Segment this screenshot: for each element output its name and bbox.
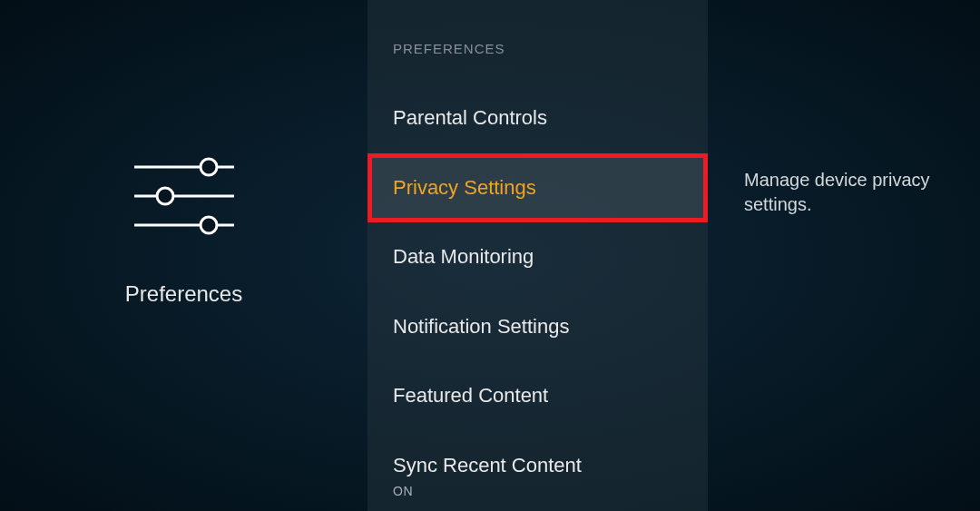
menu-item-parental-controls[interactable]: Parental Controls — [368, 84, 708, 153]
preferences-menu: PREFERENCES Parental Controls Privacy Se… — [368, 0, 708, 511]
svg-point-5 — [201, 217, 217, 233]
menu-item-label: Privacy Settings — [393, 176, 536, 199]
item-description: Manage device privacy settings. — [744, 168, 962, 217]
category-panel: Preferences — [0, 0, 368, 511]
menu-item-notification-settings[interactable]: Notification Settings — [368, 292, 708, 362]
menu-item-sub: ON — [393, 483, 682, 499]
sliders-icon — [125, 151, 243, 245]
section-header: PREFERENCES — [368, 41, 708, 56]
category-label: Preferences — [125, 281, 242, 307]
menu-item-featured-content[interactable]: Featured Content — [368, 361, 708, 431]
menu-item-privacy-settings[interactable]: Privacy Settings — [368, 153, 708, 223]
menu-item-label: Data Monitoring — [393, 245, 534, 268]
description-panel: Manage device privacy settings. — [708, 0, 980, 511]
menu-item-label: Notification Settings — [393, 315, 569, 338]
svg-point-3 — [157, 188, 173, 204]
menu-item-label: Featured Content — [393, 384, 548, 407]
menu-item-data-monitoring[interactable]: Data Monitoring — [368, 222, 708, 292]
menu-item-label: Sync Recent Content — [393, 454, 582, 477]
svg-point-1 — [201, 159, 217, 175]
menu-item-label: Parental Controls — [393, 106, 547, 129]
menu-item-sync-recent-content[interactable]: Sync Recent Content ON — [368, 431, 708, 511]
